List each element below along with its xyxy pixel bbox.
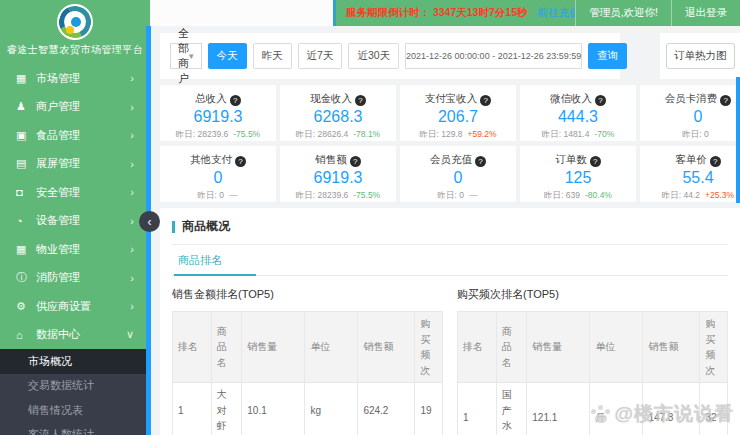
stat-value: 6919.3: [280, 169, 396, 187]
chevron-right-icon: ›: [130, 215, 134, 227]
stat-value: 444.3: [520, 108, 636, 126]
chevron-right-icon: ›: [130, 272, 134, 284]
sidebar-item-merchant[interactable]: ♟ 商户管理 ›: [0, 93, 150, 122]
sidebar-item-label: 供应商设置: [36, 299, 91, 314]
admin-welcome[interactable]: 管理员,欢迎你!: [575, 0, 671, 26]
page-scrollbar-thumb[interactable]: [736, 77, 740, 203]
chevron-right-icon: ›: [130, 158, 134, 170]
stat-card-total-income: 总收入? 6919.3 昨日: 28239.6-75.5%: [160, 85, 276, 141]
sidebar-item-food[interactable]: ▣ 食品管理 ›: [0, 121, 150, 150]
yesterday-button[interactable]: 昨天: [253, 43, 292, 69]
watermark: @楼市说说看: [591, 401, 734, 427]
sidebar-collapse-button[interactable]: ‹: [139, 211, 160, 232]
tab-product-ranking[interactable]: 商品排名: [174, 245, 256, 276]
stat-value: 0: [160, 169, 276, 187]
help-icon[interactable]: ?: [235, 156, 246, 167]
submenu-item-visitor-stats[interactable]: 客流人数统计: [0, 423, 150, 435]
sidebar-item-label: 市场管理: [36, 71, 80, 86]
help-icon[interactable]: ?: [710, 156, 721, 167]
grid-icon: ▦: [16, 243, 36, 256]
help-icon[interactable]: ?: [595, 95, 606, 106]
paw-icon: [591, 405, 611, 423]
info-icon: ⓘ: [16, 270, 36, 285]
merchant-select-value: 全部商户: [178, 26, 189, 86]
stat-delta: —: [229, 190, 239, 200]
last30-button[interactable]: 近30天: [348, 43, 399, 69]
filter-row: 全部商户 ▾ 今天 昨天 近7天 近30天 2021-12-26 00:00:0…: [160, 33, 740, 79]
sidebar-item-market[interactable]: ▦ 市场管理 ›: [0, 64, 150, 93]
chevron-right-icon: ›: [130, 186, 134, 198]
today-button[interactable]: 今天: [208, 43, 247, 69]
brand-logo: 睿途士智慧农贸市场管理平台: [0, 0, 150, 57]
sidebar-item-label: 物业管理: [36, 242, 80, 257]
stat-card-other-payment: 其他支付? 0 昨日: 0—: [160, 146, 276, 202]
home-icon: ⌂: [16, 329, 36, 341]
tab-row: 商品排名: [172, 245, 728, 276]
sidebar-item-label: 安全管理: [36, 185, 80, 200]
help-icon[interactable]: ?: [480, 95, 491, 106]
filter-panel: 全部商户 ▾ 今天 昨天 近7天 近30天 2021-12-26 00:00:0…: [160, 33, 620, 79]
sidebar-item-screen[interactable]: ▤ 展屏管理 ›: [0, 150, 150, 179]
screen-icon: ▤: [16, 157, 36, 170]
query-button[interactable]: 查询: [588, 43, 627, 69]
help-icon[interactable]: ?: [350, 156, 361, 167]
main-content: 全部商户 ▾ 今天 昨天 近7天 近30天 2021-12-26 00:00:0…: [151, 26, 740, 435]
stat-value: 55.4: [640, 169, 740, 187]
stat-card-wechat-income: 微信收入? 444.3 昨日: 1481.4-70%: [520, 85, 636, 141]
topbar: 服务期限倒计时： 3347天13时7分15秒 前往充值 管理员,欢迎你! 退出登…: [333, 0, 740, 26]
chevron-down-icon: ∨: [126, 328, 134, 341]
stat-delta: —: [469, 190, 479, 200]
stat-value: 125: [520, 169, 636, 187]
topbar-gap: [151, 0, 333, 26]
sidebar-item-label: 数据中心: [36, 327, 80, 342]
stat-card-member-recharge: 会员充值? 0 昨日: 0—: [400, 146, 516, 202]
sidebar: 睿途士智慧农贸市场管理平台 ▦ 市场管理 › ♟ 商户管理 › ▣ 食品管理 ›…: [0, 0, 150, 435]
help-icon[interactable]: ?: [590, 156, 601, 167]
chevron-down-icon: ▾: [189, 51, 194, 61]
help-icon[interactable]: ?: [230, 95, 241, 106]
recharge-link[interactable]: 前往充值: [537, 6, 575, 20]
stat-card-avg-order-value: 客单价? 55.4 昨日: 44.2+25.3%: [640, 146, 740, 202]
stat-value: 206.7: [400, 108, 516, 126]
sidebar-item-fire[interactable]: ⓘ 消防管理 ›: [0, 264, 150, 293]
sidebar-item-security[interactable]: ◘ 安全管理 ›: [0, 178, 150, 207]
order-heatmap-button[interactable]: 订单热力图: [666, 43, 735, 69]
submenu-item-transaction-stats[interactable]: 交易数据统计: [0, 374, 150, 399]
sidebar-item-supplier[interactable]: ⚙ 供应商设置 ›: [0, 292, 150, 321]
stat-delta: +25.3%: [705, 190, 734, 200]
help-icon[interactable]: ?: [720, 95, 731, 106]
stat-delta: +59.2%: [467, 129, 496, 139]
stat-value: 6919.3: [160, 108, 276, 126]
user-icon: ♟: [16, 100, 36, 113]
sidebar-item-datacenter[interactable]: ⌂ 数据中心 ∨: [0, 321, 150, 350]
submenu-item-market-overview[interactable]: 市场概况: [0, 349, 150, 374]
chevron-right-icon: ›: [130, 72, 134, 84]
chevron-right-icon: ›: [130, 300, 134, 312]
chevron-right-icon: ›: [130, 243, 134, 255]
topbar-notice: 服务期限倒计时： 3347天13时7分15秒 前往充值: [336, 6, 575, 20]
stat-card-membercard-spend: 会员卡消费? 0 昨日: 0: [640, 85, 740, 141]
table-row: 1 大对虾 10.1 kg 624.2 19: [173, 383, 443, 435]
sidebar-item-label: 设备管理: [36, 213, 80, 228]
merchant-select[interactable]: 全部商户 ▾: [170, 43, 202, 69]
date-range-input[interactable]: 2021-12-26 00:00:00 - 2021-12-26 23:59:5…: [405, 43, 582, 69]
stat-card-alipay-income: 支付宝收入? 206.7 昨日: 129.8+59.2%: [400, 85, 516, 141]
sidebar-item-device[interactable]: ◔ 设备管理 ›: [0, 207, 150, 236]
stat-delta: -75.5%: [353, 190, 380, 200]
logout-button[interactable]: 退出登录: [671, 0, 740, 26]
help-icon[interactable]: ?: [475, 156, 486, 167]
gear-icon: ⚙: [16, 300, 36, 313]
sidebar-menu: ▦ 市场管理 › ♟ 商户管理 › ▣ 食品管理 › ▤ 展屏管理 › ◘ 安全…: [0, 64, 150, 435]
stat-delta: -78.1%: [353, 129, 380, 139]
stat-card-sales-amount: 销售额? 6919.3 昨日: 28239.6-75.5%: [280, 146, 396, 202]
table-header-row: 排名 商品名 销售量 单位 销售额 购买频次: [458, 312, 728, 383]
heatmap-panel: 订单热力图: [660, 33, 740, 79]
datacenter-submenu: 市场概况 交易数据统计 销售情况表 客流人数统计: [0, 349, 150, 435]
stats-row-2: 其他支付? 0 昨日: 0— 销售额? 6919.3 昨日: 28239.6-7…: [160, 146, 740, 202]
sales-amount-ranking: 销售金额排名(TOP5) 排名 商品名 销售量 单位 销售额 购买频次 1 大对…: [172, 285, 443, 435]
stats-row-1: 总收入? 6919.3 昨日: 28239.6-75.5% 现金收入? 6268…: [160, 85, 740, 141]
last7-button[interactable]: 近7天: [298, 43, 343, 69]
help-icon[interactable]: ?: [355, 95, 366, 106]
submenu-item-sales-report[interactable]: 销售情况表: [0, 398, 150, 423]
sidebar-item-property[interactable]: ▦ 物业管理 ›: [0, 235, 150, 264]
